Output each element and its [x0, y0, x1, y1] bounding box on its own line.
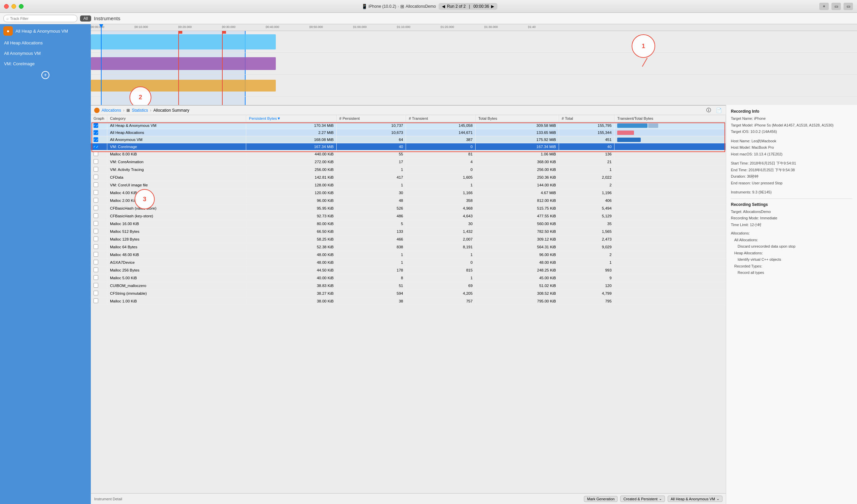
- row-category: All Anonymous VM: [107, 136, 246, 143]
- created-persistent-dropdown[interactable]: Created & Persistent ⌄: [620, 495, 665, 502]
- row-checkbox[interactable]: [91, 220, 107, 228]
- row-checkbox[interactable]: [91, 298, 107, 305]
- playhead[interactable]: [101, 24, 102, 105]
- row-checkbox[interactable]: [91, 197, 107, 205]
- table-row[interactable]: CUIBOM_malloczero38.83 KiB516951.02 KiB1…: [91, 282, 726, 290]
- table-row[interactable]: Malloc 16.00 KiB80.00 KiB530560.00 KiB35: [91, 220, 726, 228]
- row-num-transient: 1,605: [406, 173, 475, 181]
- maximize-button[interactable]: [19, 4, 23, 9]
- row-bar: [615, 129, 726, 136]
- table-row[interactable]: Malloc 48.00 KiB48.00 KiB1196.00 KiB2: [91, 251, 726, 259]
- row-total-bytes: 782.50 KiB: [475, 228, 559, 236]
- col-num-transient[interactable]: # Transient: [406, 115, 475, 122]
- row-persistent-bytes: 52.38 KiB: [246, 243, 337, 251]
- breadcrumb-allocations[interactable]: Allocations: [102, 108, 121, 113]
- row-checkbox[interactable]: ✓: [91, 129, 107, 136]
- row-checkbox[interactable]: [91, 259, 107, 267]
- table-row[interactable]: Malloc 2.00 KiB96.00 KiB48358812.00 KiB4…: [91, 197, 726, 205]
- row-checkbox[interactable]: [91, 290, 107, 298]
- sidebar-item-anonymous-vm[interactable]: All Anonymous VM: [0, 48, 91, 58]
- table-row[interactable]: ✓All Heap Allocations2.27 MiB10,673144,6…: [91, 129, 726, 136]
- all-button[interactable]: All: [80, 16, 91, 21]
- mark-generation-button[interactable]: Mark Generation: [584, 496, 618, 502]
- row-checkbox[interactable]: [91, 150, 107, 158]
- table-row[interactable]: Malloc 512 Bytes66.50 KiB1331,432782.50 …: [91, 228, 726, 236]
- panel-header-right: ⓘ 📄: [705, 107, 722, 114]
- row-checkbox[interactable]: [91, 212, 107, 220]
- view-button1[interactable]: ▭: [831, 3, 841, 10]
- rs-heap-allocations: Heap Allocations:: [731, 250, 852, 256]
- row-checkbox[interactable]: [91, 267, 107, 274]
- allocations-table: Graph Category Persistent Bytes▼ # Persi…: [91, 115, 726, 305]
- breadcrumb-allocation-summary: Allocation Summary: [153, 108, 189, 113]
- sidebar-item-coreimage[interactable]: VM: CoreImage: [0, 58, 91, 69]
- row-checkbox[interactable]: [91, 228, 107, 236]
- table-row[interactable]: VM: CoreUI image file128.00 KiB11144.00 …: [91, 181, 726, 189]
- row-persistent-bytes: 256.00 KiB: [246, 166, 337, 173]
- row-checkbox[interactable]: [91, 166, 107, 173]
- table-row[interactable]: ✓All Heap & Anonymous VM170.34 MiB10,737…: [91, 122, 726, 129]
- table-container[interactable]: Graph Category Persistent Bytes▼ # Persi…: [91, 115, 726, 305]
- row-checkbox[interactable]: [91, 282, 107, 290]
- row-category: Malloc 2.00 KiB: [107, 197, 246, 205]
- export-icon[interactable]: 📄: [715, 107, 722, 114]
- sidebar-item-heap-allocations[interactable]: All Heap Allocations: [0, 38, 91, 48]
- row-checkbox[interactable]: [91, 251, 107, 259]
- row-checkbox[interactable]: [91, 274, 107, 282]
- col-persistent-bytes[interactable]: Persistent Bytes▼: [246, 115, 337, 122]
- row-checkbox[interactable]: [91, 181, 107, 189]
- row-checkbox[interactable]: [91, 236, 107, 243]
- view-button2[interactable]: ▭: [843, 3, 853, 10]
- row-checkbox[interactable]: [91, 189, 107, 197]
- row-persistent-bytes: 96.00 KiB: [246, 197, 337, 205]
- search-box[interactable]: ⌕: [3, 15, 77, 22]
- row-checkbox[interactable]: ✓: [91, 143, 107, 150]
- table-row[interactable]: Malloc 128 Bytes58.25 KiB4662,007309.12 …: [91, 236, 726, 243]
- row-num-transient: 358: [406, 197, 475, 205]
- table-row[interactable]: Malloc 8.00 KiB440.00 KiB55811.06 MiB136: [91, 150, 726, 158]
- col-category[interactable]: Category: [107, 115, 246, 122]
- prev-run-icon[interactable]: ◀: [442, 4, 445, 9]
- table-row[interactable]: Malloc 64 Bytes52.38 KiB8388,191564.31 K…: [91, 243, 726, 251]
- col-total-bytes[interactable]: Total Bytes: [475, 115, 559, 122]
- table-row[interactable]: CFString (immutable)38.27 KiB5944,205308…: [91, 290, 726, 298]
- row-total-bytes: 256.00 KiB: [475, 166, 559, 173]
- info-divider: [731, 199, 852, 199]
- add-button[interactable]: +: [819, 3, 829, 10]
- table-row[interactable]: VM: CoreAnimation272.00 KiB174368.00 KiB…: [91, 158, 726, 166]
- table-row[interactable]: Malloc 256 Bytes44.50 KiB178815248.25 Ki…: [91, 267, 726, 274]
- table-row[interactable]: AGXA7Device48.00 KiB1048.00 KiB1: [91, 259, 726, 267]
- row-checkbox[interactable]: ✓: [91, 122, 107, 129]
- row-checkbox[interactable]: [91, 205, 107, 212]
- info-icon[interactable]: ⓘ: [705, 107, 712, 114]
- col-num-total[interactable]: # Total: [559, 115, 615, 122]
- col-graph[interactable]: Graph: [91, 115, 107, 122]
- close-button[interactable]: [4, 4, 9, 9]
- row-checkbox[interactable]: [91, 243, 107, 251]
- minimize-button[interactable]: [12, 4, 16, 9]
- table-row[interactable]: CFBasicHash (key-store)92.73 KiB4864,643…: [91, 212, 726, 220]
- table-row[interactable]: CFBasicHash (value-store)95.95 KiB5264,9…: [91, 205, 726, 212]
- col-transient-ratio[interactable]: Transient/Total Bytes: [615, 115, 726, 122]
- heap-filter-dropdown[interactable]: All Heap & Anonymous VM ⌄: [668, 495, 722, 502]
- col-num-persistent[interactable]: # Persistent: [336, 115, 406, 122]
- table-row[interactable]: ✓All Anonymous VM168.08 MiB64387175.92 M…: [91, 136, 726, 143]
- table-row[interactable]: VM: Activity Tracing256.00 KiB10256.00 K…: [91, 166, 726, 173]
- row-persistent-bytes: 38.83 KiB: [246, 282, 337, 290]
- row-checkbox[interactable]: [91, 158, 107, 166]
- search-input[interactable]: [10, 16, 74, 20]
- flag-top2: [223, 31, 226, 34]
- table-row[interactable]: Malloc 4.00 KiB120.00 KiB301,1664.67 MiB…: [91, 189, 726, 197]
- next-run-icon[interactable]: ▶: [491, 4, 494, 9]
- row-checkbox[interactable]: [91, 173, 107, 181]
- row-total-bytes: 96.00 KiB: [475, 251, 559, 259]
- table-row[interactable]: Malloc 1.00 KiB38.00 KiB38757795.00 KiB7…: [91, 298, 726, 305]
- bottom-section: Allocations › ⊞ Statistics › Allocation …: [91, 105, 857, 504]
- add-circle-icon[interactable]: +: [41, 71, 49, 79]
- breadcrumb-statistics[interactable]: Statistics: [132, 108, 148, 113]
- table-row[interactable]: ✓VM: CoreImage167.34 MiB400167.34 MiB40: [91, 143, 726, 150]
- row-checkbox[interactable]: ✓: [91, 136, 107, 143]
- table-row[interactable]: CFData142.81 KiB4171,605250.36 KiB2,022: [91, 173, 726, 181]
- table-row[interactable]: Malloc 5.00 KiB40.00 KiB8145.00 KiB9: [91, 274, 726, 282]
- sidebar-add-button[interactable]: +: [0, 69, 91, 81]
